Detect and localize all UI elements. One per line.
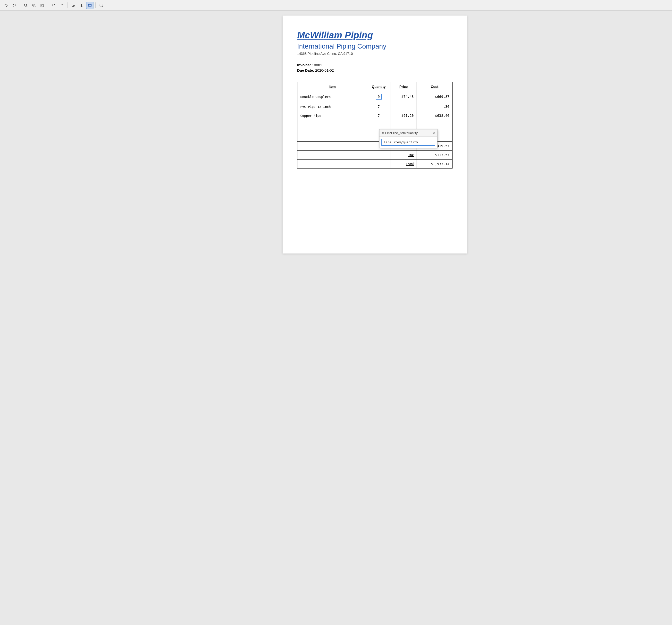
invoice-meta: Invoice: 10001 Due Date: 2020-01-02 — [297, 63, 453, 72]
invoice-number-row: Invoice: 10001 — [297, 63, 453, 67]
total-value: $1,533.14 — [417, 160, 453, 169]
item-cost-1: $669.87 — [417, 91, 453, 102]
select-button[interactable] — [70, 2, 77, 9]
header-quantity: Quantity — [367, 82, 390, 91]
select-icon — [71, 3, 75, 7]
item-name-2: PVC Pipe 12 Inch — [297, 102, 367, 111]
filter-popup-header: ≡ Filter line_item/quantity × — [380, 129, 437, 137]
header-cost: Cost — [417, 82, 453, 91]
separator-2 — [48, 2, 48, 8]
zoom-in-icon — [32, 3, 36, 7]
redo-icon — [13, 3, 16, 7]
total-label: Total — [390, 160, 417, 169]
rotate-right-button[interactable] — [58, 2, 66, 9]
zoom-out-button[interactable] — [22, 2, 29, 9]
tax-label: Tax — [390, 150, 417, 160]
svg-rect-12 — [88, 4, 91, 6]
company-address: 14368 Pipeline Ave Chino, CA 91710 — [297, 52, 453, 55]
item-qty-3: 7 — [367, 111, 390, 120]
tax-row: Tax $113.57 — [297, 150, 453, 160]
svg-line-6 — [35, 6, 36, 7]
left-panel — [205, 16, 283, 254]
zoom-in-button[interactable] — [30, 2, 38, 9]
svg-line-14 — [102, 6, 103, 7]
item-price-2 — [390, 102, 417, 111]
table-row: Copper Pipe 7 $91.20 $638.40 — [297, 111, 453, 120]
table-row: PVC Pipe 12 Inch 7 .30 — [297, 102, 453, 111]
invoice-table: Item Quantity Price Cost Knuckle Coupler… — [297, 82, 453, 169]
filter-icon: ≡ — [382, 131, 384, 135]
document: McWilliam Piping International Piping Co… — [283, 16, 467, 254]
text-select-button[interactable] — [78, 2, 85, 9]
total-row: Total $1,533.14 — [297, 160, 453, 169]
svg-rect-8 — [42, 5, 43, 6]
due-date-row: Due Date: 2020-01-02 — [297, 68, 453, 72]
rectangle-button[interactable] — [86, 2, 94, 9]
rectangle-icon — [88, 3, 92, 7]
item-name-1: Knuckle Couplers — [297, 91, 367, 102]
invoice-number: 10001 — [312, 63, 322, 67]
rotate-right-icon — [60, 3, 64, 7]
svg-rect-7 — [41, 4, 44, 7]
invoice-label: Invoice: — [297, 63, 311, 67]
filter-popup-title: ≡ Filter line_item/quantity — [382, 131, 417, 135]
separator-4 — [95, 2, 96, 8]
item-cost-3: $638.40 — [417, 111, 453, 120]
company-name: McWilliam Piping — [297, 30, 453, 41]
separator-1 — [20, 2, 20, 8]
filter-popup: ≡ Filter line_item/quantity × — [379, 129, 437, 148]
table-row: Knuckle Couplers 9 $74.43 $669.87 — [297, 91, 453, 102]
filter-input[interactable] — [381, 139, 435, 146]
svg-line-2 — [26, 6, 27, 7]
zoom-out-icon — [24, 3, 28, 7]
due-date: 2020-01-02 — [315, 68, 334, 72]
toolbar — [0, 0, 672, 11]
item-name-3: Copper Pipe — [297, 111, 367, 120]
rotate-left-icon — [52, 3, 55, 7]
text-select-icon — [80, 3, 83, 7]
filter-popup-body — [380, 137, 437, 148]
header-price: Price — [390, 82, 417, 91]
item-qty-1: 9 — [367, 91, 390, 102]
company-subtitle: International Piping Company — [297, 43, 453, 50]
filter-popup-title-text: Filter line_item/quantity — [385, 131, 418, 135]
svg-point-13 — [100, 4, 102, 6]
filter-close-button[interactable]: × — [433, 131, 435, 135]
fit-page-icon — [40, 3, 44, 7]
fit-page-button[interactable] — [39, 2, 46, 9]
main-area: McWilliam Piping International Piping Co… — [0, 11, 672, 258]
search-icon — [99, 3, 103, 7]
tax-value: $113.57 — [417, 150, 453, 160]
undo-button[interactable] — [2, 2, 10, 9]
undo-icon — [4, 3, 8, 7]
item-cost-2: .30 — [417, 102, 453, 111]
redo-button[interactable] — [11, 2, 18, 9]
rotate-left-button[interactable] — [50, 2, 57, 9]
item-price-1: $74.43 — [390, 91, 417, 102]
item-price-3: $91.20 — [390, 111, 417, 120]
table-header-row: Item Quantity Price Cost — [297, 82, 453, 91]
due-date-label: Due Date: — [297, 68, 314, 72]
search-button[interactable] — [98, 2, 105, 9]
qty-box-highlighted: 9 — [376, 94, 382, 100]
header-item: Item — [297, 82, 367, 91]
item-qty-2: 7 — [367, 102, 390, 111]
